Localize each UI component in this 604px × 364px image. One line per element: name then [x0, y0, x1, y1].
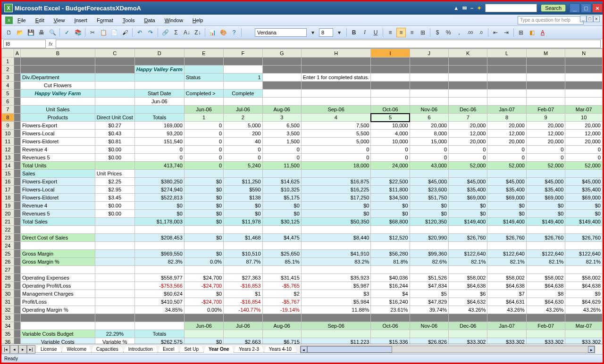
tab-next-button[interactable]: ▸	[18, 345, 27, 354]
menu-data[interactable]: Data	[140, 17, 159, 24]
font-color-button[interactable]: A	[538, 28, 547, 37]
dec-decimal-button[interactable]: .0	[476, 28, 486, 37]
paste-button[interactable]: 📄	[109, 28, 119, 37]
tray-search-button[interactable]: Search	[541, 4, 566, 12]
menu-insert[interactable]: Insert	[70, 17, 91, 24]
bold-button[interactable]: B	[349, 28, 359, 37]
tab-year-one[interactable]: Year One	[203, 346, 234, 353]
cut-button[interactable]: ✂	[88, 28, 97, 37]
drawing-button[interactable]: 🎨	[218, 28, 228, 37]
sheet-area[interactable]: ABCDEFGHIJKLMN12Happy Valley Farm3Div./D…	[1, 49, 603, 344]
autosum-button[interactable]: Σ	[171, 28, 181, 37]
tab-excel[interactable]: Excel	[158, 346, 179, 353]
mdi-minimize[interactable]: _	[580, 16, 587, 22]
help-search-input[interactable]: Type a question for help	[518, 16, 584, 25]
save-button[interactable]: 💾	[26, 28, 35, 37]
tab-welcome[interactable]: Welcome	[61, 346, 92, 353]
mdi-close[interactable]: ×	[593, 16, 600, 22]
menu-help[interactable]: Help	[189, 17, 207, 24]
comma-button[interactable]: ,	[454, 28, 464, 37]
hscroll-right[interactable]: ▸	[588, 346, 595, 353]
tab-years-4-10[interactable]: Years 4-10	[264, 346, 297, 353]
hscroll-thumb[interactable]	[307, 346, 392, 353]
name-box[interactable]: I8	[3, 40, 46, 48]
percent-button[interactable]: %	[444, 28, 453, 37]
tray-icon[interactable]: ▲	[453, 5, 459, 11]
format-painter-button[interactable]: 🖌	[120, 28, 130, 37]
font-select[interactable]	[255, 28, 307, 37]
fontsize-dropdown[interactable]: ▾	[335, 28, 344, 37]
status-text: Ready	[4, 356, 18, 361]
chart-button[interactable]: 📊	[208, 28, 217, 37]
tab-capacities[interactable]: Capacities	[91, 346, 124, 353]
align-center-button[interactable]: ≡	[396, 28, 406, 37]
align-left-button[interactable]: ≡	[386, 28, 395, 37]
menubar: X File Edit View Insert Format Tools Dat…	[1, 15, 603, 26]
tab-prev-button[interactable]: ◂	[10, 345, 18, 354]
fill-color-button[interactable]: ◧	[527, 28, 537, 37]
italic-button[interactable]: I	[360, 28, 369, 37]
tab-last-button[interactable]: ▸|	[27, 345, 35, 354]
tray-dash: –	[470, 5, 473, 11]
underline-button[interactable]: U	[371, 28, 380, 37]
tray-search-input[interactable]	[485, 4, 537, 12]
tab-set-up[interactable]: Set Up	[179, 346, 204, 353]
undo-button[interactable]: ↶	[135, 28, 144, 37]
mdi-restore[interactable]: □	[587, 16, 593, 22]
spreadsheet-grid[interactable]: ABCDEFGHIJKLMN12Happy Valley Farm3Div./D…	[1, 49, 603, 344]
menu-window[interactable]: Window	[161, 17, 187, 24]
app-title: Microsoft Excel - BudgetForecastsXDemoA	[15, 5, 141, 12]
titlebar: X Microsoft Excel - BudgetForecastsXDemo…	[1, 1, 603, 15]
copy-button[interactable]: 📋	[99, 28, 108, 37]
tray-user-icon[interactable]: ✦	[477, 5, 481, 11]
spell-button[interactable]: ✓	[62, 28, 72, 37]
sort-desc-button[interactable]: Z↓	[193, 28, 202, 37]
new-button[interactable]: 🗋	[4, 28, 14, 37]
dec-indent-button[interactable]: ⇤	[491, 28, 500, 37]
sort-asc-button[interactable]: A↓	[182, 28, 192, 37]
tab-license[interactable]: License	[35, 346, 62, 353]
menu-edit[interactable]: Edit	[32, 17, 48, 24]
align-right-button[interactable]: ≡	[407, 28, 417, 37]
app-icon[interactable]: X	[5, 17, 13, 24]
excel-icon: X	[4, 4, 13, 12]
menu-tools[interactable]: Tools	[119, 17, 139, 24]
hyperlink-button[interactable]: 🔗	[160, 28, 170, 37]
font-size-select[interactable]	[319, 28, 333, 37]
minimize-button[interactable]: _	[570, 3, 580, 13]
formula-bar-row: I8 fx	[1, 39, 603, 49]
inc-decimal-button[interactable]: .00	[465, 28, 475, 37]
menu-format[interactable]: Format	[93, 17, 117, 24]
hscroll-left[interactable]: ◂	[301, 346, 307, 353]
formula-bar[interactable]	[56, 40, 601, 48]
fx-icon[interactable]: fx	[46, 41, 56, 47]
merge-button[interactable]: ⊞	[418, 28, 428, 37]
inc-indent-button[interactable]: ⇥	[502, 28, 511, 37]
open-button[interactable]: 📂	[15, 28, 25, 37]
menu-view[interactable]: View	[50, 17, 69, 24]
borders-button[interactable]: ⊞	[516, 28, 526, 37]
tabs-row: |◂ ◂ ▸ ▸| LicenseWelcomeCapacitiesIntrod…	[1, 344, 603, 354]
tray: ▲ ✉ – ✦ Search	[453, 4, 566, 12]
toolbar-standard: 🗋 📂 💾 🖶 🔍 ✓ 📚 ✂ 📋 📄 🖌 ↶ ↷ 🔗 Σ A↓ Z↓ 📊 🎨 …	[1, 26, 603, 39]
tab-years-2-3[interactable]: Years 2-3	[234, 346, 264, 353]
tray-mail-icon[interactable]: ✉	[462, 5, 467, 11]
font-dropdown[interactable]: ▾	[308, 28, 318, 37]
tab-introduction[interactable]: Introduction	[123, 346, 158, 353]
print-button[interactable]: 🖶	[37, 28, 46, 37]
help-button[interactable]: ?	[229, 28, 239, 37]
sheet-tabs: LicenseWelcomeCapacitiesIntroductionExce…	[35, 346, 296, 353]
research-button[interactable]: 📚	[73, 28, 83, 37]
menu-file[interactable]: File	[14, 17, 30, 24]
tab-first-button[interactable]: |◂	[1, 345, 10, 354]
print-preview-button[interactable]: 🔍	[48, 28, 57, 37]
close-button[interactable]: ×	[592, 3, 603, 13]
currency-button[interactable]: $	[433, 28, 442, 37]
statusbar: Ready	[1, 354, 603, 363]
horizontal-scrollbar[interactable]: ◂ ▸	[300, 346, 595, 353]
redo-button[interactable]: ↷	[146, 28, 155, 37]
maximize-button[interactable]: □	[581, 3, 591, 13]
